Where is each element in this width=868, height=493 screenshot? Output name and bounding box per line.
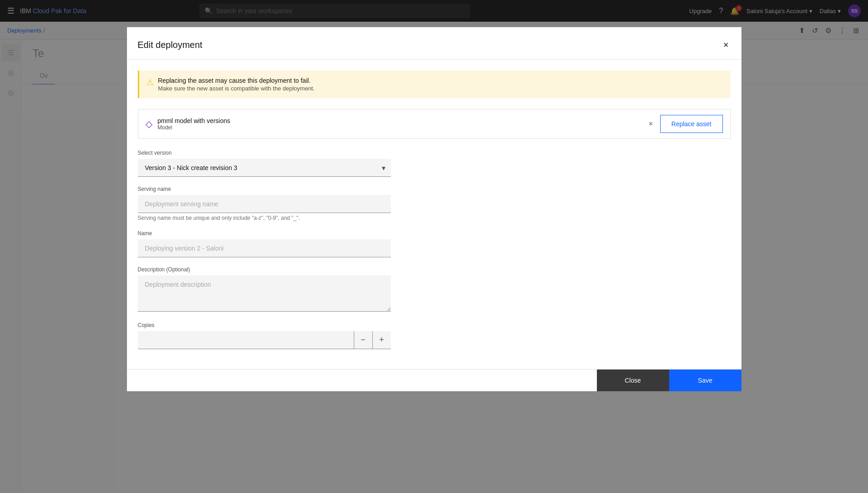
asset-clear-button[interactable]: × (647, 118, 654, 130)
modal-footer: Close Save (127, 369, 741, 391)
edit-deployment-modal: Edit deployment × ⚠ Replacing the asset … (127, 27, 741, 391)
asset-type: Model (158, 124, 642, 131)
serving-name-label: Serving name (138, 186, 391, 192)
serving-name-hint: Serving name must be unique and only inc… (138, 215, 391, 221)
replace-asset-button[interactable]: Replace asset (660, 115, 723, 133)
description-label: Description (Optional) (138, 266, 391, 273)
copies-label: Copies (138, 322, 391, 328)
name-input[interactable] (138, 239, 391, 257)
copies-input-row: 1 − + (138, 331, 391, 349)
asset-row: ◇ pmml model with versions Model × Repla… (138, 109, 731, 139)
serving-name-input[interactable] (138, 195, 391, 213)
footer-close-button[interactable]: Close (597, 370, 669, 391)
asset-name: pmml model with versions (158, 117, 642, 124)
name-group: Name (138, 230, 391, 257)
warning-banner: ⚠ Replacing the asset may cause this dep… (138, 71, 731, 98)
warning-text: Replacing the asset may cause this deplo… (158, 77, 315, 92)
copies-group: Copies 1 − + (138, 322, 391, 349)
copies-increment-button[interactable]: + (373, 331, 391, 349)
name-label: Name (138, 230, 391, 237)
modal-title: Edit deployment (138, 40, 202, 50)
warning-icon: ⚠ (146, 77, 154, 87)
select-version-wrapper: Version 1Version 2Version 3 - Nick creat… (138, 159, 391, 177)
form-section: Select version Version 1Version 2Version… (138, 150, 391, 349)
modal-body: ⚠ Replacing the asset may cause this dep… (127, 60, 741, 369)
asset-info: pmml model with versions Model (158, 117, 642, 131)
modal-overlay[interactable]: Edit deployment × ⚠ Replacing the asset … (0, 0, 868, 493)
copies-decrement-button[interactable]: − (354, 331, 372, 349)
select-version-group: Select version Version 1Version 2Version… (138, 150, 391, 177)
copies-input[interactable]: 1 (138, 331, 354, 349)
select-version-label: Select version (138, 150, 391, 156)
modal-header: Edit deployment × (127, 27, 741, 60)
serving-name-group: Serving name Serving name must be unique… (138, 186, 391, 221)
select-version-dropdown[interactable]: Version 1Version 2Version 3 - Nick creat… (138, 159, 391, 177)
description-group: Description (Optional) (138, 266, 391, 313)
asset-diamond-icon: ◇ (145, 119, 152, 129)
modal-close-button[interactable]: × (722, 38, 731, 52)
description-textarea[interactable] (138, 275, 391, 312)
footer-save-button[interactable]: Save (669, 370, 741, 391)
